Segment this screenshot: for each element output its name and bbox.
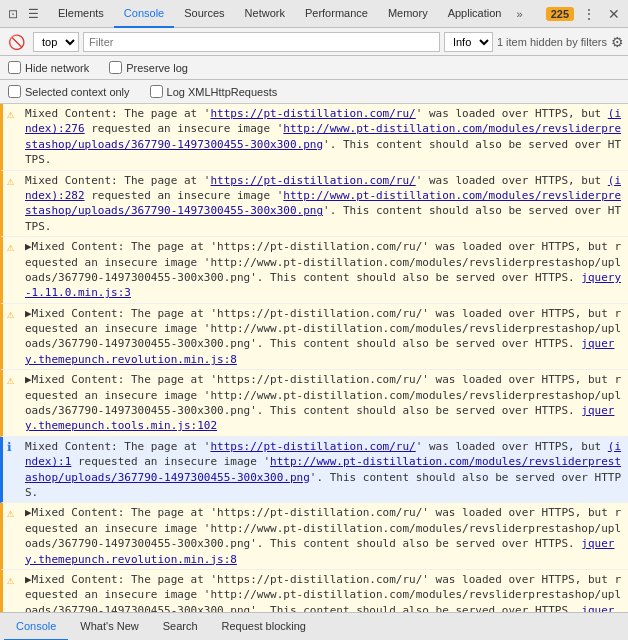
entry-url-link[interactable]: https://pt-distillation.com/ru/ xyxy=(210,440,415,453)
tab-elements[interactable]: Elements xyxy=(48,0,114,28)
entry-text: ▶Mixed Content: The page at 'https://pt-… xyxy=(25,572,624,612)
console-output: ⚠Mixed Content: The page at 'https://pt-… xyxy=(0,104,628,612)
preserve-log-label[interactable]: Preserve log xyxy=(109,61,208,74)
inspect-icon[interactable]: ☰ xyxy=(24,5,42,23)
log-xml-label[interactable]: Log XMLHttpRequests xyxy=(150,85,298,98)
entry-text: ▶Mixed Content: The page at 'https://pt-… xyxy=(25,239,624,301)
bottom-tab-whats-new[interactable]: What's New xyxy=(68,613,150,641)
entry-location-link[interactable]: jquery.themepunch.tools.min.js:102 xyxy=(25,604,614,612)
entry-text: Mixed Content: The page at 'https://pt-d… xyxy=(25,173,624,235)
console-entry: ⚠Mixed Content: The page at 'https://pt-… xyxy=(0,104,628,171)
entry-text: ▶Mixed Content: The page at 'https://pt-… xyxy=(25,372,624,434)
hide-network-text: Hide network xyxy=(25,62,89,74)
warning-count-badge: 225 xyxy=(546,7,574,21)
entry-text: Mixed Content: The page at 'https://pt-d… xyxy=(25,439,624,501)
entry-img-link[interactable]: http://www.pt-distillation.com/modules/r… xyxy=(25,122,621,150)
preserve-log-checkbox[interactable] xyxy=(109,61,122,74)
hide-network-checkbox[interactable] xyxy=(8,61,21,74)
checkbox-row-1: Hide network Preserve log xyxy=(0,56,628,80)
entry-img-link[interactable]: http://www.pt-distillation.com/modules/r… xyxy=(25,455,621,483)
tab-memory[interactable]: Memory xyxy=(378,0,438,28)
entry-text: Mixed Content: The page at 'https://pt-d… xyxy=(25,106,624,168)
entry-location-link[interactable]: jquery.themepunch.revolution.min.js:8 xyxy=(25,337,614,365)
log-xml-text: Log XMLHttpRequests xyxy=(167,86,278,98)
console-entry: ⚠▶Mixed Content: The page at 'https://pt… xyxy=(0,570,628,612)
level-selector[interactable]: Info xyxy=(444,32,493,52)
warning-icon: ⚠ xyxy=(7,173,21,188)
entry-url-link[interactable]: https://pt-distillation.com/ru/ xyxy=(210,107,415,120)
warning-icon: ⚠ xyxy=(7,106,21,121)
console-entry: ⚠▶Mixed Content: The page at 'https://pt… xyxy=(0,503,628,570)
warning-icon: ⚠ xyxy=(7,505,21,520)
console-entry: ⚠Mixed Content: The page at 'https://pt-… xyxy=(0,171,628,238)
info-icon: ℹ xyxy=(7,439,21,454)
top-tabs-right: 225 ⋮ ✕ xyxy=(546,4,624,24)
tab-application[interactable]: Application xyxy=(438,0,512,28)
hide-network-label[interactable]: Hide network xyxy=(8,61,109,74)
console-entry: ℹMixed Content: The page at 'https://pt-… xyxy=(0,437,628,504)
bottom-tab-request-blocking[interactable]: Request blocking xyxy=(210,613,318,641)
clear-console-button[interactable]: 🚫 xyxy=(4,32,29,52)
selected-context-text: Selected context only xyxy=(25,86,130,98)
tab-sources[interactable]: Sources xyxy=(174,0,234,28)
selected-context-checkbox[interactable] xyxy=(8,85,21,98)
warning-icon: ⚠ xyxy=(7,572,21,587)
console-entry: ⚠▶Mixed Content: The page at 'https://pt… xyxy=(0,237,628,304)
warning-icon: ⚠ xyxy=(7,372,21,387)
checkbox-row-2: Selected context only Log XMLHttpRequest… xyxy=(0,80,628,104)
entry-img-link[interactable]: http://www.pt-distillation.com/modules/r… xyxy=(25,189,621,217)
tab-network[interactable]: Network xyxy=(235,0,295,28)
entry-location-link[interactable]: jquery-1.11.0.min.js:3 xyxy=(25,271,621,299)
entry-location-link[interactable]: jquery.themepunch.revolution.min.js:8 xyxy=(25,537,614,565)
bottom-tab-search[interactable]: Search xyxy=(151,613,210,641)
entry-url-link[interactable]: https://pt-distillation.com/ru/ xyxy=(210,174,415,187)
console-settings-gear[interactable]: ⚙ xyxy=(611,34,624,50)
tab-performance[interactable]: Performance xyxy=(295,0,378,28)
more-tabs-button[interactable]: » xyxy=(511,6,527,22)
bottom-tab-console[interactable]: Console xyxy=(4,613,68,641)
entry-location-link[interactable]: jquery.themepunch.tools.min.js:102 xyxy=(25,404,614,432)
log-xml-checkbox[interactable] xyxy=(150,85,163,98)
tab-console[interactable]: Console xyxy=(114,0,174,28)
cursor-icon[interactable]: ⊡ xyxy=(4,5,22,23)
preserve-log-text: Preserve log xyxy=(126,62,188,74)
console-entry: ⚠▶Mixed Content: The page at 'https://pt… xyxy=(0,304,628,371)
selected-context-label[interactable]: Selected context only xyxy=(8,85,150,98)
console-entry: ⚠▶Mixed Content: The page at 'https://pt… xyxy=(0,370,628,437)
settings-icon[interactable]: ⋮ xyxy=(578,4,600,24)
context-selector[interactable]: top xyxy=(33,32,79,52)
warning-icon: ⚠ xyxy=(7,239,21,254)
hidden-items-info: 1 item hidden by filters xyxy=(497,36,607,48)
entry-text: ▶Mixed Content: The page at 'https://pt-… xyxy=(25,306,624,368)
warning-icon: ⚠ xyxy=(7,306,21,321)
close-icon[interactable]: ✕ xyxy=(604,4,624,24)
entry-text: ▶Mixed Content: The page at 'https://pt-… xyxy=(25,505,624,567)
devtools-icons: ⊡ ☰ xyxy=(4,5,42,23)
top-tab-bar: ⊡ ☰ Elements Console Sources Network Per… xyxy=(0,0,628,28)
bottom-tab-bar: Console What's New Search Request blocki… xyxy=(0,612,628,640)
console-toolbar: 🚫 top Info 1 item hidden by filters ⚙ xyxy=(0,28,628,56)
filter-input[interactable] xyxy=(83,32,440,52)
